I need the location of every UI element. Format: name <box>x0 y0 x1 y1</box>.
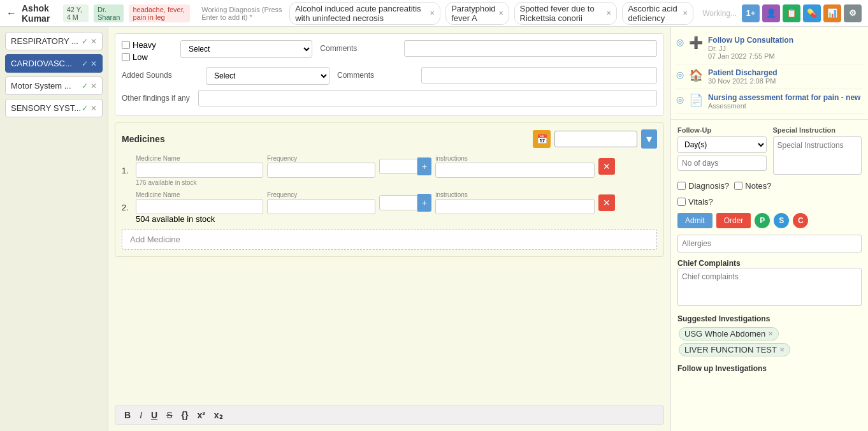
date-dropdown-button[interactable]: ▾ <box>641 129 657 149</box>
no-of-days-input[interactable] <box>677 156 767 171</box>
diagnosis-tag-2-remove[interactable]: ✕ <box>498 10 503 17</box>
med-days-input-1[interactable]: Day(s) <box>379 159 417 174</box>
diagnosis-tag-1-remove[interactable]: ✕ <box>430 10 435 17</box>
med-instr-input-1[interactable]: instructions <box>435 163 595 178</box>
diagnosis-tag-4-remove[interactable]: ✕ <box>683 10 688 17</box>
p-mini-button[interactable]: P <box>755 213 770 228</box>
diagnosis-tag-3-remove[interactable]: ✕ <box>606 10 611 17</box>
investigation-tag-2-remove[interactable]: ✕ <box>779 346 785 353</box>
added-sounds-select[interactable]: Select <box>206 67 329 85</box>
close-icon-motor[interactable]: ✕ <box>90 82 97 91</box>
order-button[interactable]: Order <box>716 213 751 228</box>
low-checkbox-label[interactable]: Low <box>122 52 173 62</box>
diagnosis-tag-3-label: Spotted fever due to Rickettsia conorii <box>520 4 604 23</box>
investigation-tag-1[interactable]: USG Whole Abdomen ✕ <box>679 327 779 340</box>
admit-button[interactable]: Admit <box>677 213 712 228</box>
low-checkbox[interactable] <box>122 53 130 61</box>
medicines-header: Medicines 📅 19/08/2021 ▾ <box>122 129 657 149</box>
sidebar-item-respiratory[interactable]: RESPIRATORY ... ✓ ✕ <box>5 32 103 50</box>
date-input[interactable]: 19/08/2021 <box>554 131 637 147</box>
diagnosis-check-label[interactable]: Diagnosis? <box>677 181 729 191</box>
diagnosis-tag-3[interactable]: Spotted fever due to Rickettsia conorii … <box>514 2 618 25</box>
med-days-plus-1[interactable]: + <box>417 157 431 175</box>
diagnosis-tag-1[interactable]: Alcohol induced acute pancreatitis with … <box>289 2 440 25</box>
med-name-input-1[interactable]: ALCOMAX <box>136 163 263 178</box>
timeline-dot-followup: ◎ <box>676 37 684 47</box>
diagnosis-tag-2[interactable]: Paratyphoid fever A ✕ <box>445 2 509 25</box>
other-findings-input[interactable] <box>198 90 657 106</box>
top-icon-3-button[interactable]: 📋 <box>783 4 800 22</box>
med-days-wrap-1: Day(s) + <box>379 157 431 175</box>
timeline-item-nursing[interactable]: ◎ 📄 Nursing assessment format for pain -… <box>676 89 863 114</box>
med-delete-2[interactable]: ✕ <box>598 194 615 211</box>
check-icon-motor: ✓ <box>82 82 88 91</box>
close-icon-respiratory[interactable]: ✕ <box>90 37 97 46</box>
chief-complaints-textarea[interactable] <box>677 268 862 306</box>
notes-check-label[interactable]: Notes? <box>734 181 771 191</box>
italic-button[interactable]: I <box>137 409 145 421</box>
top-icon-1-button[interactable]: 1+ <box>742 4 760 22</box>
c-mini-button[interactable]: C <box>793 213 808 228</box>
top-icon-6-button[interactable]: ⚙ <box>844 4 862 22</box>
checkboxes-row: Diagnosis? Notes? <box>677 181 862 191</box>
check-icon-cardiovasc: ✓ <box>82 59 88 68</box>
special-instructions-textarea[interactable] <box>773 136 862 175</box>
underline-button[interactable]: U <box>148 409 160 421</box>
sidebar-item-sensory[interactable]: SENSORY SYST... ✓ ✕ <box>5 99 103 117</box>
s-mini-button[interactable]: S <box>774 213 789 228</box>
comments-input-1[interactable] <box>404 40 657 57</box>
code-button[interactable]: {} <box>178 409 191 421</box>
medicine-num-1: 1. <box>122 166 132 175</box>
strikethrough-button[interactable]: S <box>164 409 175 421</box>
medicines-title: Medicines <box>122 134 165 144</box>
timeline-item-discharged[interactable]: ◎ 🏠 Patient Discharged 30 Nov 2021 2:08 … <box>676 64 863 89</box>
comments-input-2[interactable] <box>421 67 657 84</box>
followup-select[interactable]: Day(s) <box>677 136 767 153</box>
close-icon-cardiovasc[interactable]: ✕ <box>90 59 97 68</box>
notes-checkbox[interactable] <box>734 182 742 190</box>
action-buttons: Admit Order P S C <box>677 213 862 228</box>
investigation-tag-1-remove[interactable]: ✕ <box>768 330 773 337</box>
working-diagnosis-label: Working Diagnosis (Press Enter to add it… <box>201 6 284 21</box>
heavy-checkbox[interactable] <box>122 41 130 49</box>
allergies-input[interactable] <box>677 235 862 252</box>
special-instruction-group: Special Instruction <box>773 126 862 175</box>
top-icon-5-button[interactable]: 📊 <box>823 4 841 22</box>
sidebar-item-cardiovasc[interactable]: CARDIOVASC... ✓ ✕ <box>5 54 103 73</box>
heavy-checkbox-label[interactable]: Heavy <box>122 40 173 50</box>
investigation-tag-2[interactable]: LIVER FUNCTION TEST ✕ <box>679 343 790 356</box>
med-stock-2: 504 available in stock <box>136 214 657 224</box>
top-icon-4-button[interactable]: 💊 <box>803 4 821 22</box>
med-name-input-2[interactable]: PANTOCID 80MG <box>136 199 263 214</box>
patient-meta: 42 Y, 4 M <box>63 4 89 22</box>
med-instr-group-1: instructions instructions <box>435 155 595 178</box>
diagnosis-checkbox[interactable] <box>677 182 686 190</box>
med-freq-label-1: Frequency <box>267 155 375 162</box>
heavy-low-select[interactable]: Select <box>180 40 312 58</box>
med-instr-input-2[interactable]: 30 mins before breakfast <box>435 199 595 214</box>
top-icon-2-button[interactable]: 👤 <box>762 4 780 22</box>
bold-button[interactable]: B <box>122 409 133 421</box>
close-icon-sensory[interactable]: ✕ <box>90 104 97 113</box>
low-label-text: Low <box>133 52 148 62</box>
vitals-checkbox[interactable] <box>677 198 686 206</box>
med-days-input-2[interactable]: Day(s) <box>379 195 417 210</box>
diagnosis-tag-4[interactable]: Ascorbic acid deficiency ✕ <box>622 2 693 25</box>
back-button[interactable]: ← <box>6 8 17 19</box>
med-delete-1[interactable]: ✕ <box>598 158 615 175</box>
medicine-fields-1: Medicine Name ALCOMAX Frequency 1-1-0 (m… <box>136 155 657 178</box>
add-medicine-bar[interactable]: Add Medicine <box>122 229 657 250</box>
med-name-label-1: Medicine Name <box>136 155 263 162</box>
stock-info-2: 504 available in stock <box>136 214 215 224</box>
med-freq-input-2[interactable]: q4h (every 4 hours) <box>267 199 375 214</box>
superscript-button[interactable]: x² <box>194 409 207 421</box>
calendar-icon-button[interactable]: 📅 <box>533 130 551 148</box>
vitals-check-label[interactable]: Vitals? <box>677 197 713 207</box>
investigation-tag-1-label: USG Whole Abdomen <box>684 329 765 339</box>
subscript-button[interactable]: x₂ <box>212 409 226 421</box>
med-days-plus-2[interactable]: + <box>417 194 431 212</box>
med-freq-input-1[interactable]: 1-1-0 (morning,afternoon) <box>267 163 375 178</box>
followup-investigations-label: Follow up Investigations <box>677 364 862 373</box>
timeline-item-followup[interactable]: ◎ ➕ Follow Up Consultation Dr. JJ 07 Jan… <box>676 32 863 64</box>
sidebar-item-motor[interactable]: Motor System ... ✓ ✕ <box>5 77 103 95</box>
